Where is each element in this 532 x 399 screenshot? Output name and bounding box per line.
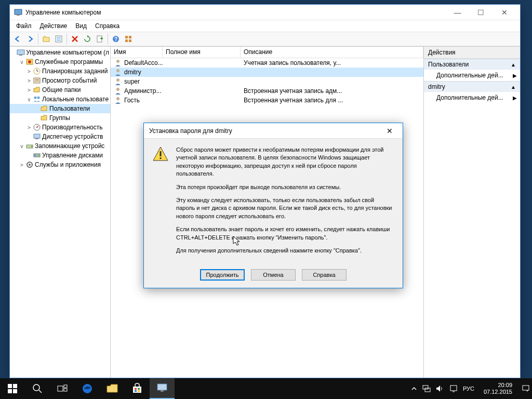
list-row[interactable]: dmitry [111, 68, 423, 77]
close-button[interactable]: ✕ [493, 5, 516, 20]
actions-section-users[interactable]: Пользователи▲ [424, 59, 520, 70]
list-row[interactable]: DefaultAcco... Учетная запись пользовате… [111, 58, 423, 68]
clock[interactable]: 20:09 07.12.2015 [480, 382, 516, 395]
svg-rect-12 [125, 39, 128, 42]
menu-file[interactable]: Файл [12, 21, 36, 31]
user-icon [114, 87, 122, 95]
svg-rect-59 [157, 384, 167, 390]
menubar: Файл Действие Вид Справка [10, 20, 520, 32]
edge-icon[interactable] [75, 378, 100, 399]
col-fullname[interactable]: Полное имя [163, 47, 241, 58]
proceed-button[interactable]: Продолжить [200, 269, 245, 281]
list-row[interactable]: super [111, 77, 423, 86]
tree-sharedfolders[interactable]: >Общие папки [10, 85, 110, 95]
svg-rect-57 [135, 390, 137, 392]
tree-panel: Управление компьютером (л vСлужебные про… [10, 47, 111, 378]
tree-devicemgr[interactable]: Диспетчер устройств [10, 132, 110, 141]
actions-header: Действия [424, 47, 520, 59]
tree-scheduler[interactable]: >Планировщик заданий [10, 66, 110, 76]
refresh-button[interactable] [82, 33, 93, 45]
language-indicator[interactable]: РУС [463, 385, 474, 392]
titlebar[interactable]: Управление компьютером — ☐ ✕ [10, 5, 520, 20]
maximize-button[interactable]: ☐ [469, 5, 493, 20]
tree-eventviewer[interactable]: >Просмотр событий [10, 76, 110, 85]
start-button[interactable] [0, 378, 25, 399]
svg-point-31 [31, 146, 32, 147]
help-button[interactable]: Справка [302, 269, 347, 281]
svg-rect-7 [97, 36, 102, 42]
user-icon [114, 68, 122, 76]
password-dialog: Установка пароля для dmitry ✕ Сброс паро… [143, 123, 403, 288]
svg-point-37 [116, 60, 119, 63]
col-description[interactable]: Описание [241, 47, 423, 58]
svg-rect-60 [161, 390, 164, 392]
menu-help[interactable]: Справка [91, 21, 124, 31]
view-button[interactable] [123, 33, 134, 45]
tree-storage[interactable]: vЗапоминающие устройс [10, 141, 110, 151]
list-row[interactable]: Гость Встроенная учетная запись для ... [111, 96, 423, 105]
up-button[interactable] [41, 33, 52, 45]
delete-button[interactable] [69, 33, 81, 45]
tree-users[interactable]: Пользователи [10, 104, 110, 113]
svg-rect-64 [523, 385, 529, 390]
window-title: Управление компьютером [25, 9, 446, 16]
cancel-button[interactable]: Отмена [251, 269, 296, 281]
svg-rect-47 [13, 389, 17, 393]
toolbar: ? [10, 32, 520, 46]
svg-point-25 [37, 97, 40, 99]
compmgmt-icon[interactable] [150, 378, 175, 399]
tray-up-icon[interactable] [411, 385, 417, 392]
action-center-icon[interactable] [522, 384, 530, 393]
svg-rect-54 [133, 387, 141, 393]
volume-icon[interactable] [436, 385, 444, 392]
svg-rect-13 [129, 39, 131, 42]
svg-rect-10 [125, 36, 128, 38]
tree-services[interactable]: vСлужебные программы [10, 57, 110, 66]
svg-point-17 [28, 60, 31, 63]
actions-more[interactable]: Дополнительные дей...▶ [424, 70, 520, 81]
dialog-titlebar[interactable]: Установка пароля для dmitry ✕ [144, 123, 403, 139]
search-button[interactable] [25, 378, 50, 399]
user-icon [114, 59, 122, 67]
svg-line-49 [39, 390, 42, 393]
forward-button[interactable] [24, 33, 36, 45]
menu-action[interactable]: Действие [36, 21, 72, 31]
chevron-up-icon: ▲ [511, 84, 516, 90]
dialog-close-button[interactable]: ✕ [382, 124, 397, 138]
list-row[interactable]: Администр... Встроенная учетная запись а… [111, 86, 423, 96]
svg-rect-50 [58, 386, 63, 391]
help-button[interactable]: ? [110, 33, 122, 45]
notifications-icon[interactable] [449, 384, 458, 393]
svg-rect-62 [425, 388, 430, 392]
tree-localusers[interactable]: vЛокальные пользовате [10, 95, 110, 104]
actions-more[interactable]: Дополнительные дей...▶ [424, 92, 520, 103]
tree-root[interactable]: Управление компьютером (л [10, 48, 110, 57]
svg-point-24 [34, 97, 37, 99]
tree-servicesapps[interactable]: >Службы и приложения [10, 160, 110, 169]
svg-rect-43 [160, 157, 162, 159]
export-button[interactable] [94, 33, 105, 45]
col-name[interactable]: Имя [111, 47, 163, 58]
network-icon[interactable] [422, 385, 431, 392]
explorer-icon[interactable] [100, 378, 125, 399]
actions-section-dmitry[interactable]: dmitry▲ [424, 81, 520, 92]
tree-diskmgmt[interactable]: Управление дисками [10, 151, 110, 160]
svg-rect-56 [138, 388, 140, 390]
svg-rect-14 [17, 50, 24, 55]
svg-rect-42 [160, 151, 162, 156]
taskview-button[interactable] [50, 378, 75, 399]
user-icon [114, 96, 122, 104]
tree-performance[interactable]: >Производительность [10, 123, 110, 132]
back-button[interactable] [12, 33, 23, 45]
app-icon [14, 8, 22, 17]
svg-rect-63 [450, 385, 457, 391]
svg-point-41 [116, 97, 119, 100]
store-icon[interactable] [125, 378, 150, 399]
minimize-button[interactable]: — [446, 5, 469, 20]
tree-groups[interactable]: Группы [10, 113, 110, 123]
svg-rect-33 [34, 154, 36, 156]
menu-view[interactable]: Вид [71, 21, 91, 31]
properties-button[interactable] [53, 33, 64, 45]
svg-rect-29 [35, 138, 38, 139]
svg-rect-11 [129, 36, 131, 38]
